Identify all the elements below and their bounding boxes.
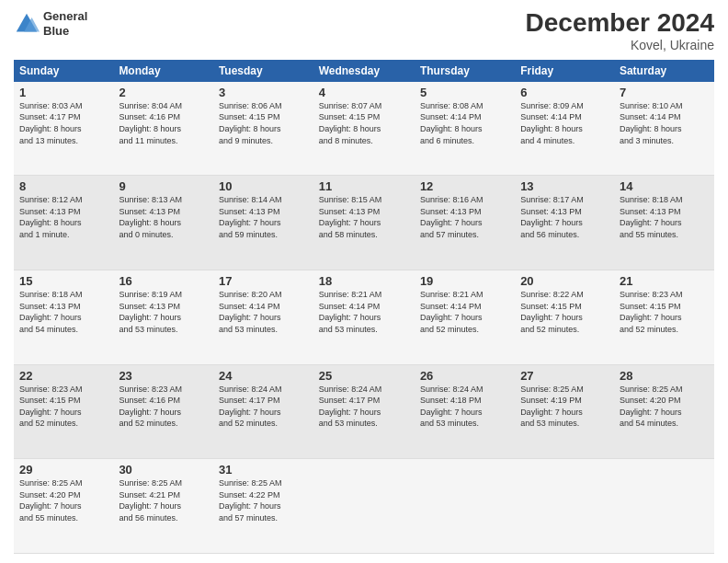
day-info: Sunrise: 8:16 AM Sunset: 4:13 PM Dayligh… (420, 194, 509, 240)
calendar-cell: 18Sunrise: 8:21 AM Sunset: 4:14 PM Dayli… (313, 270, 415, 364)
day-info: Sunrise: 8:08 AM Sunset: 4:14 PM Dayligh… (420, 100, 509, 146)
col-friday: Friday (515, 60, 614, 82)
day-info: Sunrise: 8:24 AM Sunset: 4:17 PM Dayligh… (319, 384, 409, 430)
day-info: Sunrise: 8:12 AM Sunset: 4:13 PM Dayligh… (19, 194, 108, 240)
day-info: Sunrise: 8:10 AM Sunset: 4:14 PM Dayligh… (620, 100, 709, 146)
calendar-cell (614, 459, 714, 554)
day-info: Sunrise: 8:14 AM Sunset: 4:13 PM Dayligh… (219, 194, 308, 240)
day-info: Sunrise: 8:19 AM Sunset: 4:13 PM Dayligh… (119, 289, 208, 335)
calendar-cell: 1Sunrise: 8:03 AM Sunset: 4:17 PM Daylig… (14, 82, 113, 176)
day-number: 18 (319, 274, 409, 288)
calendar-cell: 14Sunrise: 8:18 AM Sunset: 4:13 PM Dayli… (614, 176, 714, 270)
day-info: Sunrise: 8:25 AM Sunset: 4:21 PM Dayligh… (119, 477, 208, 523)
day-info: Sunrise: 8:17 AM Sunset: 4:13 PM Dayligh… (520, 194, 609, 240)
day-number: 12 (420, 179, 509, 193)
day-number: 31 (219, 463, 308, 477)
day-info: Sunrise: 8:18 AM Sunset: 4:13 PM Dayligh… (620, 194, 709, 240)
day-number: 19 (420, 274, 509, 288)
day-number: 7 (620, 86, 709, 99)
calendar-cell (313, 459, 415, 554)
day-info: Sunrise: 8:06 AM Sunset: 4:15 PM Dayligh… (219, 100, 308, 146)
col-monday: Monday (113, 60, 213, 82)
day-number: 16 (119, 274, 208, 288)
day-number: 26 (420, 369, 509, 383)
calendar-cell: 12Sunrise: 8:16 AM Sunset: 4:13 PM Dayli… (415, 176, 515, 270)
calendar-cell: 2Sunrise: 8:04 AM Sunset: 4:16 PM Daylig… (113, 82, 213, 176)
day-info: Sunrise: 8:20 AM Sunset: 4:14 PM Dayligh… (219, 289, 308, 335)
day-info: Sunrise: 8:04 AM Sunset: 4:16 PM Dayligh… (119, 100, 208, 146)
day-info: Sunrise: 8:25 AM Sunset: 4:20 PM Dayligh… (19, 477, 108, 523)
calendar-cell: 10Sunrise: 8:14 AM Sunset: 4:13 PM Dayli… (213, 176, 313, 270)
calendar-cell: 3Sunrise: 8:06 AM Sunset: 4:15 PM Daylig… (213, 82, 313, 176)
week-row-1: 1Sunrise: 8:03 AM Sunset: 4:17 PM Daylig… (14, 82, 714, 176)
day-info: Sunrise: 8:24 AM Sunset: 4:18 PM Dayligh… (420, 384, 509, 430)
col-tuesday: Tuesday (213, 60, 313, 82)
calendar-cell: 24Sunrise: 8:24 AM Sunset: 4:17 PM Dayli… (213, 364, 313, 459)
day-info: Sunrise: 8:25 AM Sunset: 4:19 PM Dayligh… (520, 384, 609, 430)
calendar-cell: 30Sunrise: 8:25 AM Sunset: 4:21 PM Dayli… (113, 459, 213, 554)
day-number: 14 (620, 179, 709, 193)
calendar-cell: 23Sunrise: 8:23 AM Sunset: 4:16 PM Dayli… (113, 364, 213, 459)
day-number: 3 (219, 86, 308, 99)
calendar-cell (415, 459, 515, 554)
day-number: 21 (620, 274, 709, 288)
day-info: Sunrise: 8:21 AM Sunset: 4:14 PM Dayligh… (420, 289, 509, 335)
calendar-cell: 22Sunrise: 8:23 AM Sunset: 4:15 PM Dayli… (14, 364, 113, 459)
calendar-table: Sunday Monday Tuesday Wednesday Thursday… (14, 60, 714, 554)
day-info: Sunrise: 8:09 AM Sunset: 4:14 PM Dayligh… (520, 100, 609, 146)
calendar-cell: 15Sunrise: 8:18 AM Sunset: 4:13 PM Dayli… (14, 270, 113, 364)
calendar-cell: 26Sunrise: 8:24 AM Sunset: 4:18 PM Dayli… (415, 364, 515, 459)
logo-text: General Blue (43, 9, 87, 38)
day-number: 2 (119, 86, 208, 99)
calendar-cell: 20Sunrise: 8:22 AM Sunset: 4:15 PM Dayli… (515, 270, 614, 364)
calendar-cell: 5Sunrise: 8:08 AM Sunset: 4:14 PM Daylig… (415, 82, 515, 176)
calendar-cell: 13Sunrise: 8:17 AM Sunset: 4:13 PM Dayli… (515, 176, 614, 270)
day-info: Sunrise: 8:23 AM Sunset: 4:16 PM Dayligh… (119, 384, 208, 430)
day-info: Sunrise: 8:24 AM Sunset: 4:17 PM Dayligh… (219, 384, 308, 430)
day-number: 11 (319, 179, 409, 193)
calendar-cell: 17Sunrise: 8:20 AM Sunset: 4:14 PM Dayli… (213, 270, 313, 364)
week-row-3: 15Sunrise: 8:18 AM Sunset: 4:13 PM Dayli… (14, 270, 714, 364)
week-row-2: 8Sunrise: 8:12 AM Sunset: 4:13 PM Daylig… (14, 176, 714, 270)
week-row-4: 22Sunrise: 8:23 AM Sunset: 4:15 PM Dayli… (14, 364, 714, 459)
logo: General Blue (14, 9, 87, 38)
week-row-5: 29Sunrise: 8:25 AM Sunset: 4:20 PM Dayli… (14, 459, 714, 554)
day-info: Sunrise: 8:21 AM Sunset: 4:14 PM Dayligh… (319, 289, 409, 335)
calendar-cell: 11Sunrise: 8:15 AM Sunset: 4:13 PM Dayli… (313, 176, 415, 270)
day-info: Sunrise: 8:03 AM Sunset: 4:17 PM Dayligh… (19, 100, 108, 146)
page-subtitle: Kovel, Ukraine (526, 38, 714, 52)
calendar-body: 1Sunrise: 8:03 AM Sunset: 4:17 PM Daylig… (14, 82, 714, 554)
calendar-cell: 19Sunrise: 8:21 AM Sunset: 4:14 PM Dayli… (415, 270, 515, 364)
col-sunday: Sunday (14, 60, 113, 82)
calendar-cell: 27Sunrise: 8:25 AM Sunset: 4:19 PM Dayli… (515, 364, 614, 459)
day-info: Sunrise: 8:23 AM Sunset: 4:15 PM Dayligh… (620, 289, 709, 335)
day-info: Sunrise: 8:07 AM Sunset: 4:15 PM Dayligh… (319, 100, 409, 146)
calendar-cell: 29Sunrise: 8:25 AM Sunset: 4:20 PM Dayli… (14, 459, 113, 554)
day-info: Sunrise: 8:22 AM Sunset: 4:15 PM Dayligh… (520, 289, 609, 335)
day-info: Sunrise: 8:25 AM Sunset: 4:20 PM Dayligh… (620, 384, 709, 430)
calendar-cell: 21Sunrise: 8:23 AM Sunset: 4:15 PM Dayli… (614, 270, 714, 364)
calendar-cell: 8Sunrise: 8:12 AM Sunset: 4:13 PM Daylig… (14, 176, 113, 270)
day-number: 22 (19, 369, 108, 383)
header: General Blue December 2024 Kovel, Ukrain… (14, 9, 714, 52)
calendar-cell: 31Sunrise: 8:25 AM Sunset: 4:22 PM Dayli… (213, 459, 313, 554)
main-container: General Blue December 2024 Kovel, Ukrain… (0, 0, 728, 563)
day-number: 4 (319, 86, 409, 99)
calendar-cell: 16Sunrise: 8:19 AM Sunset: 4:13 PM Dayli… (113, 270, 213, 364)
col-wednesday: Wednesday (313, 60, 415, 82)
page-title: December 2024 (526, 9, 714, 38)
day-info: Sunrise: 8:18 AM Sunset: 4:13 PM Dayligh… (19, 289, 108, 335)
calendar-cell: 6Sunrise: 8:09 AM Sunset: 4:14 PM Daylig… (515, 82, 614, 176)
day-number: 8 (19, 179, 108, 193)
day-number: 5 (420, 86, 509, 99)
title-block: December 2024 Kovel, Ukraine (526, 9, 714, 52)
header-row: Sunday Monday Tuesday Wednesday Thursday… (14, 60, 714, 82)
day-number: 17 (219, 274, 308, 288)
day-number: 13 (520, 179, 609, 193)
day-number: 24 (219, 369, 308, 383)
day-info: Sunrise: 8:15 AM Sunset: 4:13 PM Dayligh… (319, 194, 409, 240)
day-number: 10 (219, 179, 308, 193)
day-info: Sunrise: 8:13 AM Sunset: 4:13 PM Dayligh… (119, 194, 208, 240)
day-number: 6 (520, 86, 609, 99)
day-number: 28 (620, 369, 709, 383)
